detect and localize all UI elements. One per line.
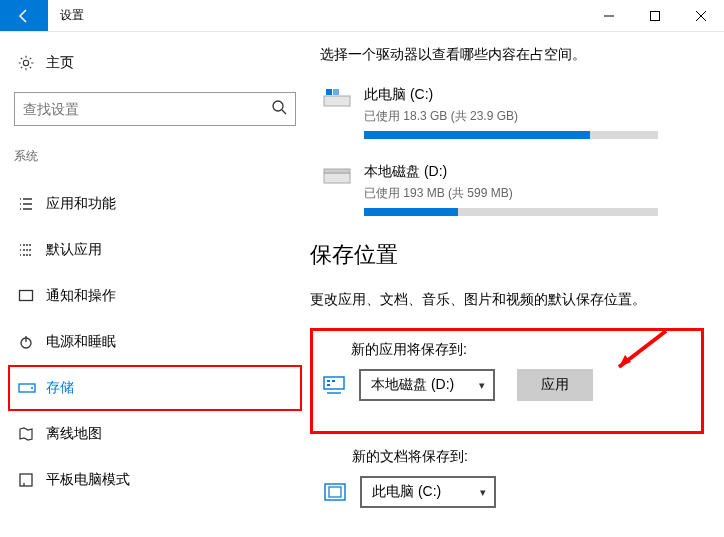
annotation-highlight: 新的应用将保存到: 本地磁盘 (D:) ▾ 应用	[310, 328, 704, 434]
docs-icon	[322, 483, 348, 501]
sidebar-item-apps-features[interactable]: 应用和功能	[0, 181, 310, 227]
annotation-highlight: 存储	[8, 365, 302, 411]
sidebar-item-default-apps[interactable]: 默认应用	[0, 227, 310, 273]
search-field[interactable]	[23, 101, 271, 117]
back-button[interactable]	[0, 0, 48, 31]
home-link[interactable]: 主页	[0, 54, 310, 72]
apply-button[interactable]: 应用	[517, 369, 593, 401]
sidebar-item-power-sleep[interactable]: 电源和睡眠	[0, 319, 310, 365]
dropdown-value: 此电脑 (C:)	[372, 483, 441, 501]
sidebar-item-offline-maps[interactable]: 离线地图	[0, 411, 310, 457]
search-icon	[271, 99, 287, 119]
sidebar-item-label: 应用和功能	[46, 195, 116, 213]
svg-rect-12	[324, 377, 344, 389]
svg-rect-13	[327, 380, 330, 382]
sidebar-item-label: 平板电脑模式	[46, 471, 130, 489]
titlebar: 设置	[0, 0, 724, 32]
svg-rect-11	[324, 169, 350, 173]
sidebar-item-label: 通知和操作	[46, 287, 116, 305]
svg-rect-10	[324, 173, 350, 183]
sidebar-item-label: 离线地图	[46, 425, 102, 443]
sidebar-item-tablet-mode[interactable]: 平板电脑模式	[0, 457, 310, 503]
storage-hint: 选择一个驱动器以查看哪些内容在占空间。	[320, 46, 704, 64]
drive-name: 此电脑 (C:)	[364, 86, 704, 104]
window-title: 设置	[48, 0, 96, 31]
content-pane: 选择一个驱动器以查看哪些内容在占空间。 此电脑 (C:) 已使用 18.3 GB…	[310, 32, 724, 537]
sidebar: 主页 系统 应用和功能 默认应用 通知和操作	[0, 32, 310, 537]
svg-rect-15	[327, 384, 330, 386]
svg-rect-17	[329, 487, 341, 497]
save-docs-label: 新的文档将保存到:	[352, 448, 704, 466]
dropdown-value: 本地磁盘 (D:)	[371, 376, 454, 394]
section-title: 保存位置	[310, 240, 704, 270]
save-apps-label: 新的应用将保存到:	[351, 341, 687, 359]
apps-icon	[321, 376, 347, 394]
drive-usage: 已使用 193 MB (共 599 MB)	[364, 185, 704, 202]
sidebar-item-storage[interactable]: 存储	[10, 367, 300, 409]
svg-rect-9	[333, 89, 339, 95]
sidebar-item-label: 电源和睡眠	[46, 333, 116, 351]
section-desc: 更改应用、文档、音乐、图片和视频的默认保存位置。	[310, 288, 704, 310]
defaults-icon	[18, 242, 46, 258]
svg-rect-6	[20, 474, 32, 486]
chevron-down-icon: ▾	[479, 379, 485, 392]
close-button[interactable]	[678, 0, 724, 31]
minimize-button[interactable]	[586, 0, 632, 31]
drive-row-c[interactable]: 此电脑 (C:) 已使用 18.3 GB (共 23.9 GB)	[320, 86, 704, 139]
storage-icon	[18, 381, 46, 395]
list-icon	[18, 196, 46, 212]
svg-point-1	[273, 101, 283, 111]
power-icon	[18, 334, 46, 350]
group-header: 系统	[0, 148, 310, 165]
svg-rect-7	[324, 96, 350, 106]
drive-icon	[320, 163, 354, 216]
notification-icon	[18, 288, 46, 304]
svg-rect-16	[325, 484, 345, 500]
drive-bar	[364, 208, 658, 216]
gear-icon	[18, 55, 46, 71]
search-input[interactable]	[14, 92, 296, 126]
svg-rect-0	[651, 11, 660, 20]
tablet-icon	[18, 472, 46, 488]
drive-name: 本地磁盘 (D:)	[364, 163, 704, 181]
map-icon	[18, 426, 46, 442]
drive-usage: 已使用 18.3 GB (共 23.9 GB)	[364, 108, 704, 125]
svg-rect-14	[332, 380, 335, 382]
sidebar-item-label: 默认应用	[46, 241, 102, 259]
svg-rect-8	[326, 89, 332, 95]
drive-row-d[interactable]: 本地磁盘 (D:) 已使用 193 MB (共 599 MB)	[320, 163, 704, 216]
maximize-button[interactable]	[632, 0, 678, 31]
drive-bar	[364, 131, 658, 139]
save-docs-dropdown[interactable]: 此电脑 (C:) ▾	[360, 476, 496, 508]
svg-rect-2	[20, 291, 33, 301]
sidebar-item-notifications[interactable]: 通知和操作	[0, 273, 310, 319]
home-label: 主页	[46, 54, 74, 72]
save-apps-dropdown[interactable]: 本地磁盘 (D:) ▾	[359, 369, 495, 401]
sidebar-item-label: 存储	[46, 379, 74, 397]
drive-icon	[320, 86, 354, 139]
svg-point-5	[31, 387, 33, 389]
chevron-down-icon: ▾	[480, 486, 486, 499]
